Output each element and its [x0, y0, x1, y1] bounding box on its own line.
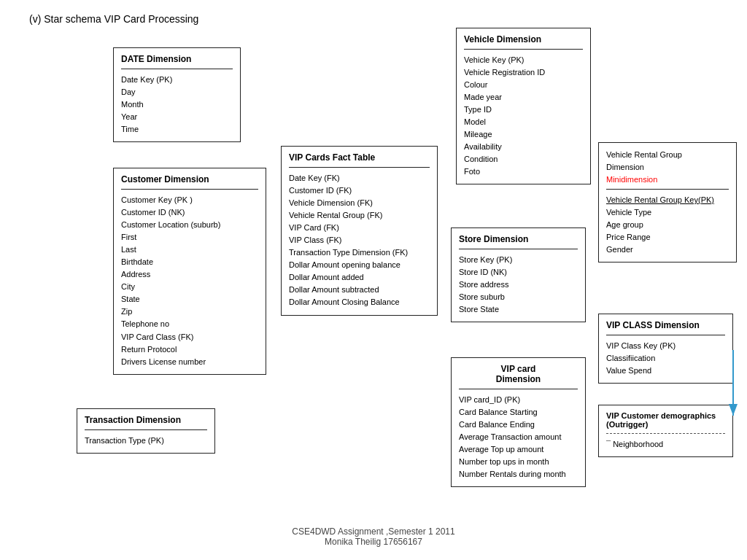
vip-customer-demographics-title: VIP Customer demographics (Outrigger)	[606, 411, 725, 429]
vehicle-rental-group-fields: Vehicle Rental Group Dimension Minidimen…	[606, 149, 729, 256]
vehicle-dimension-title: Vehicle Dimension	[464, 34, 583, 44]
vip-class-dimension-title: VIP CLASS Dimension	[606, 320, 725, 330]
transaction-dimension-box: Transaction Dimension Transaction Type (…	[77, 408, 215, 454]
store-dimension-box: Store Dimension Store Key (PK) Store ID …	[451, 228, 586, 322]
vehicle-dimension-box: Vehicle Dimension Vehicle Key (PK) Vehic…	[456, 28, 591, 184]
store-dimension-fields: Store Key (PK) Store ID (NK) Store addre…	[459, 254, 578, 316]
vip-class-dimension-fields: VIP Class Key (PK) Classifiication Value…	[606, 340, 725, 377]
vip-customer-demographics-fields: ¯ Neighborhood	[606, 438, 725, 451]
vip-customer-demographics-box: VIP Customer demographics (Outrigger) ¯ …	[598, 405, 733, 457]
footer: CSE4DWD Assignment ,Semester 1 2011 Moni…	[0, 526, 747, 547]
minidimension-label: Minidimension	[606, 174, 729, 186]
store-dimension-title: Store Dimension	[459, 234, 578, 244]
date-dimension-fields: Date Key (PK) Day Month Year Time	[121, 74, 233, 136]
transaction-dimension-fields: Transaction Type (PK)	[85, 435, 207, 447]
vip-class-dimension-box: VIP CLASS Dimension VIP Class Key (PK) C…	[598, 314, 733, 384]
vehicle-dimension-fields: Vehicle Key (PK) Vehicle Registration ID…	[464, 54, 583, 178]
vip-card-dimension-box: VIP cardDimension VIP card_ID (PK) Card …	[451, 357, 586, 487]
footer-line2: Monika Theilig 17656167	[0, 537, 747, 547]
date-dimension-box: DATE Dimension Date Key (PK) Day Month Y…	[113, 47, 241, 142]
vehicle-rental-group-box: Vehicle Rental Group Dimension Minidimen…	[598, 142, 737, 262]
vip-cards-fact-box: VIP Cards Fact Table Date Key (FK) Custo…	[281, 146, 438, 316]
vip-card-dimension-fields: VIP card_ID (PK) Card Balance Starting C…	[459, 394, 578, 481]
date-dimension-title: DATE Dimension	[121, 54, 233, 64]
vip-card-dimension-title: VIP cardDimension	[459, 364, 578, 384]
customer-dimension-title: Customer Dimension	[121, 174, 258, 184]
vip-cards-fact-title: VIP Cards Fact Table	[289, 152, 430, 163]
vip-cards-fact-fields: Date Key (FK) Customer ID (FK) Vehicle D…	[289, 172, 430, 309]
page-title: (v) Star schema VIP Card Processing	[29, 13, 198, 25]
customer-dimension-fields: Customer Key (PK ) Customer ID (NK) Cust…	[121, 194, 258, 368]
footer-line1: CSE4DWD Assignment ,Semester 1 2011	[0, 526, 747, 537]
customer-dimension-box: Customer Dimension Customer Key (PK ) Cu…	[113, 168, 266, 375]
transaction-dimension-title: Transaction Dimension	[85, 415, 207, 425]
